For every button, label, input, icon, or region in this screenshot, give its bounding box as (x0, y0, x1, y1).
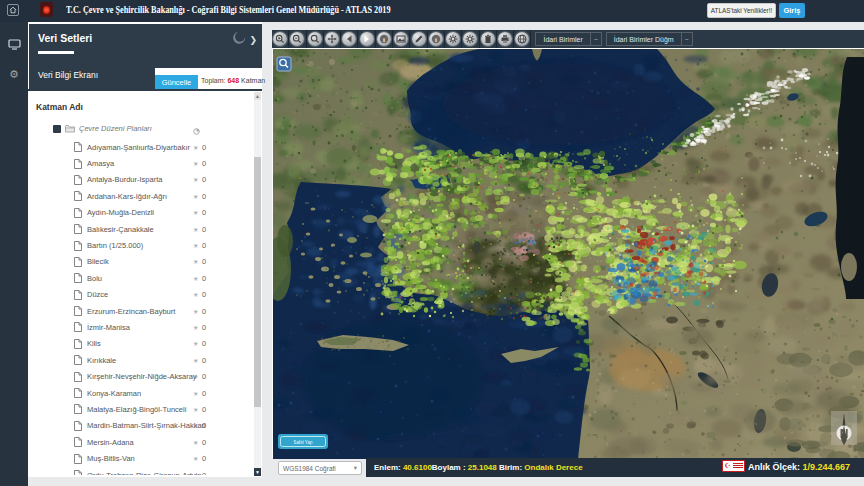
svg-text:i: i (435, 36, 437, 44)
svg-text:Sabit Yap: Sabit Yap (293, 440, 313, 445)
svg-text:i: i (383, 36, 385, 44)
